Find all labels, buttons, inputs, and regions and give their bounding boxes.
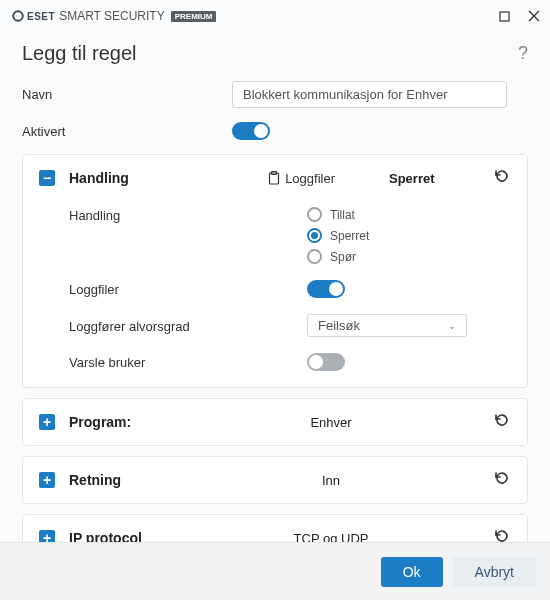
clipboard-icon — [267, 171, 281, 185]
brand-logo: eset — [12, 10, 55, 22]
panel-handling-header: − Handling Loggfiler Sperret — [39, 167, 511, 189]
panel-handling-body: Handling Tillat Sperret Spør Loggfiler L… — [39, 207, 511, 371]
collapse-icon[interactable]: − — [39, 170, 55, 186]
enabled-toggle[interactable] — [232, 122, 270, 140]
panel-direction-value: Inn — [183, 473, 479, 488]
name-row: Navn — [22, 81, 528, 108]
reset-handling-button[interactable] — [493, 167, 511, 189]
cancel-button[interactable]: Avbryt — [453, 557, 536, 587]
severity-label: Loggfører alvorsgrad — [39, 318, 307, 334]
brand-area: eset SMART SECURITY PREMIUM — [12, 9, 216, 23]
panel-program: + Program: Enhver — [22, 398, 528, 446]
svg-point-0 — [13, 11, 23, 21]
help-icon[interactable]: ? — [518, 43, 528, 64]
logfiles-link[interactable]: Loggfiler — [267, 171, 335, 186]
product-badge: PREMIUM — [171, 11, 217, 22]
page-title: Legg til regel — [22, 42, 137, 65]
name-label: Navn — [22, 87, 232, 102]
product-name: SMART SECURITY — [59, 9, 165, 23]
radio-ask[interactable]: Spør — [307, 249, 511, 264]
notify-label: Varsle bruker — [39, 354, 307, 370]
action-label: Handling — [39, 207, 307, 223]
radio-block[interactable]: Sperret — [307, 228, 511, 243]
panel-handling-title: Handling — [69, 170, 199, 186]
log-toggle-label: Loggfiler — [39, 281, 307, 297]
reset-direction-button[interactable] — [493, 469, 511, 491]
action-radio-group: Tillat Sperret Spør — [307, 207, 511, 264]
content-area: Navn Aktivert − Handling Loggfiler Sperr… — [0, 81, 550, 553]
radio-allow[interactable]: Tillat — [307, 207, 511, 222]
panel-program-value: Enhver — [183, 415, 479, 430]
svg-rect-1 — [500, 12, 509, 21]
enabled-label: Aktivert — [22, 124, 232, 139]
footer: Ok Avbryt — [0, 542, 550, 600]
panel-direction-title: Retning — [69, 472, 169, 488]
titlebar: eset SMART SECURITY PREMIUM — [0, 0, 550, 28]
chevron-down-icon: ⌄ — [448, 320, 456, 331]
page-header: Legg til regel ? — [0, 28, 550, 81]
panel-direction: + Retning Inn — [22, 456, 528, 504]
panel-handling: − Handling Loggfiler Sperret Handling Ti… — [22, 154, 528, 388]
name-input[interactable] — [232, 81, 507, 108]
window-controls — [496, 8, 542, 24]
expand-icon[interactable]: + — [39, 472, 55, 488]
ok-button[interactable]: Ok — [381, 557, 443, 587]
expand-icon[interactable]: + — [39, 414, 55, 430]
panel-program-title: Program: — [69, 414, 169, 430]
panel-handling-value: Sperret — [389, 171, 479, 186]
close-button[interactable] — [526, 8, 542, 24]
logfiles-link-label: Loggfiler — [285, 171, 335, 186]
severity-value: Feilsøk — [318, 318, 360, 333]
enabled-row: Aktivert — [22, 122, 528, 140]
reset-program-button[interactable] — [493, 411, 511, 433]
log-toggle[interactable] — [307, 280, 345, 298]
maximize-button[interactable] — [496, 8, 512, 24]
severity-select[interactable]: Feilsøk ⌄ — [307, 314, 467, 337]
notify-toggle[interactable] — [307, 353, 345, 371]
